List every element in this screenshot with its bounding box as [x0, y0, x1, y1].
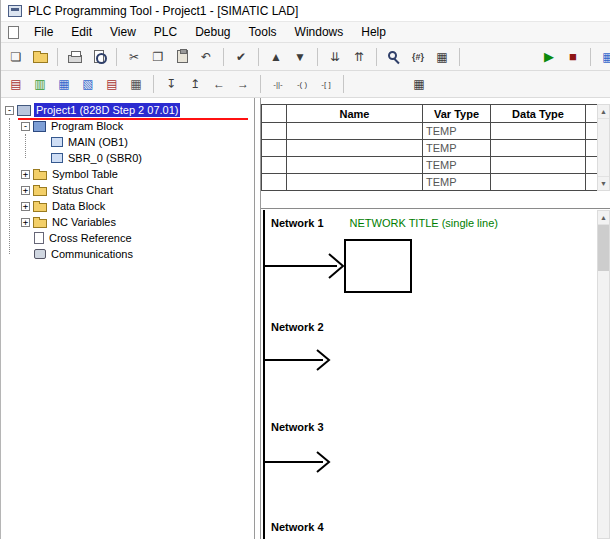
expand-icon[interactable]: +: [21, 186, 30, 195]
network-2-rung[interactable]: [265, 347, 355, 373]
toolbar-separator: [57, 48, 58, 66]
tree-item-label: Cross Reference: [47, 231, 134, 245]
expand-icon[interactable]: +: [21, 218, 30, 227]
menu-plc[interactable]: PLC: [145, 23, 186, 41]
extra-cell: [586, 174, 598, 191]
address-icon[interactable]: {#}: [407, 47, 429, 67]
undo-icon[interactable]: ↶: [195, 47, 217, 67]
ladder-scrollbar[interactable]: ▲: [597, 210, 610, 539]
data-type-cell[interactable]: [491, 123, 586, 140]
network-4-header: Network 4: [271, 521, 350, 533]
tree-item-nc-variables[interactable]: + NC Variables: [1, 214, 254, 230]
navigate-right-icon[interactable]: →: [232, 74, 254, 94]
open-icon[interactable]: [29, 47, 51, 67]
app-window: PLC Programming Tool - Project1 - [SIMAT…: [0, 0, 610, 539]
row-selector[interactable]: [262, 174, 287, 191]
view-data-block-icon[interactable]: ▧: [77, 74, 99, 94]
find-icon[interactable]: [383, 47, 405, 67]
network-label: Network 4: [271, 521, 324, 533]
ladder-editor[interactable]: Network 1 NETWORK TITLE (single line) Ne…: [261, 208, 610, 539]
tree-item-sbr0[interactable]: SBR_0 (SBR0): [1, 150, 254, 166]
view-project-icon[interactable]: ▤: [5, 74, 27, 94]
cut-icon[interactable]: ✂: [123, 47, 145, 67]
address-table-icon[interactable]: ▦: [408, 74, 430, 94]
tree-item-main-ob1[interactable]: MAIN (OB1): [1, 134, 254, 150]
view-symbol-table-icon[interactable]: ▥: [29, 74, 51, 94]
network-title[interactable]: NETWORK TITLE (single line): [350, 217, 498, 229]
toolbar-separator: [376, 48, 377, 66]
ladder-box-icon[interactable]: -[ ]: [315, 74, 337, 94]
tree-item-cross-reference[interactable]: Cross Reference: [1, 230, 254, 246]
menu-help[interactable]: Help: [352, 23, 395, 41]
scroll-up-icon[interactable]: ▲: [598, 211, 609, 225]
menu-view[interactable]: View: [101, 23, 145, 41]
navigate-down-icon[interactable]: ↧: [160, 74, 182, 94]
col-header-data-type: Data Type: [491, 105, 586, 123]
data-type-cell[interactable]: [491, 140, 586, 157]
download-icon[interactable]: ▼: [289, 47, 311, 67]
tree-item-status-chart[interactable]: + Status Chart: [1, 182, 254, 198]
print-icon[interactable]: [64, 47, 86, 67]
var-type-cell[interactable]: TEMP: [423, 140, 491, 157]
menu-tools[interactable]: Tools: [240, 23, 286, 41]
view-cross-reference-icon[interactable]: ▤: [101, 74, 123, 94]
collapse-icon[interactable]: -: [21, 122, 30, 131]
scroll-thumb[interactable]: [598, 225, 609, 271]
document-icon[interactable]: [8, 26, 19, 39]
expand-icon[interactable]: +: [21, 170, 30, 179]
sort-ascending-icon[interactable]: ⇊: [324, 47, 346, 67]
name-cell[interactable]: [287, 123, 423, 140]
folder-icon: [33, 53, 48, 63]
view-status-chart-icon[interactable]: ▦: [53, 74, 75, 94]
navigate-up-icon[interactable]: ↥: [184, 74, 206, 94]
row-selector[interactable]: [262, 157, 287, 174]
run-icon[interactable]: ▶: [538, 47, 560, 67]
scroll-up-icon[interactable]: ▲: [598, 105, 609, 119]
extra-cell: [586, 157, 598, 174]
tree-item-label: Symbol Table: [50, 167, 120, 181]
table-scrollbar[interactable]: ▲ ▼: [597, 104, 610, 191]
expand-icon[interactable]: +: [21, 202, 30, 211]
tree-item-symbol-table[interactable]: + Symbol Table: [1, 166, 254, 182]
compile-icon[interactable]: ✔: [230, 47, 252, 67]
navigate-left-icon[interactable]: ←: [208, 74, 230, 94]
paste-icon[interactable]: [171, 47, 193, 67]
name-cell[interactable]: [287, 174, 423, 191]
tree-item-label: Program Block: [49, 119, 125, 133]
copy-icon[interactable]: ❐: [147, 47, 169, 67]
row-selector[interactable]: [262, 123, 287, 140]
menu-file[interactable]: File: [25, 23, 62, 41]
data-type-cell[interactable]: [491, 157, 586, 174]
menu-bar: File Edit View PLC Debug Tools Windows H…: [1, 22, 610, 43]
row-selector[interactable]: [262, 140, 287, 157]
name-cell[interactable]: [287, 140, 423, 157]
collapse-icon[interactable]: -: [5, 106, 14, 115]
stop-icon[interactable]: ■: [562, 47, 584, 67]
upload-icon[interactable]: ▲: [265, 47, 287, 67]
name-cell[interactable]: [287, 157, 423, 174]
var-type-cell[interactable]: TEMP: [423, 157, 491, 174]
symbol-table-icon[interactable]: ▦: [431, 47, 453, 67]
scroll-down-icon[interactable]: ▼: [598, 176, 609, 190]
network-1-rung[interactable]: [265, 237, 417, 299]
new-icon[interactable]: ❏: [5, 47, 27, 67]
tree-item-data-block[interactable]: + Data Block: [1, 198, 254, 214]
tree-item-communications[interactable]: Communications: [1, 246, 254, 262]
var-type-cell[interactable]: TEMP: [423, 123, 491, 140]
view-output-icon[interactable]: ▦: [125, 74, 147, 94]
ladder-coil-icon[interactable]: -( ): [291, 74, 313, 94]
data-type-cell[interactable]: [491, 174, 586, 191]
menu-windows[interactable]: Windows: [286, 23, 353, 41]
menu-edit[interactable]: Edit: [62, 23, 101, 41]
menu-debug[interactable]: Debug: [186, 23, 239, 41]
col-header-extra: [586, 105, 598, 123]
var-type-cell[interactable]: TEMP: [423, 174, 491, 191]
ladder-contact-icon[interactable]: -||-: [267, 74, 289, 94]
tree-item-project-root[interactable]: - Project1 (828D Step 2 07.01): [1, 102, 254, 118]
sort-descending-icon[interactable]: ⇈: [348, 47, 370, 67]
print-preview-icon[interactable]: [88, 47, 110, 67]
tree-item-program-block[interactable]: - Program Block: [1, 118, 254, 134]
network-3-rung[interactable]: [265, 449, 355, 475]
window-view-1-icon[interactable]: ▦: [597, 47, 610, 67]
table-row: TEMP: [262, 174, 598, 191]
